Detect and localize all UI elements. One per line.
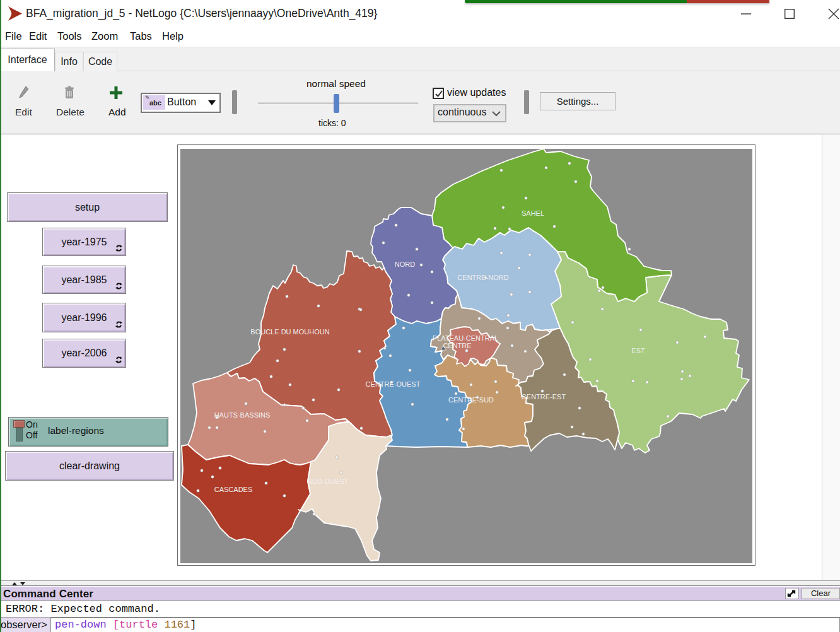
svg-text:CENTRE-SUD: CENTRE-SUD — [448, 396, 494, 404]
svg-text:CENTRE: CENTRE — [443, 342, 471, 349]
svg-text:SAHEL: SAHEL — [522, 209, 544, 217]
svg-text:SUD-OUEST: SUD-OUEST — [308, 477, 349, 485]
svg-text:HAUTS-BASSINS: HAUTS-BASSINS — [214, 411, 271, 419]
svg-text:PLATEAU-CENTRAL: PLATEAU-CENTRAL — [433, 334, 498, 342]
svg-text:CENTRE-EST: CENTRE-EST — [522, 393, 566, 401]
svg-text:EST: EST — [631, 347, 645, 354]
svg-text:CENTRE-NORD: CENTRE-NORD — [457, 274, 508, 281]
svg-text:CASCADES: CASCADES — [214, 486, 253, 493]
svg-text:NORD: NORD — [395, 260, 415, 268]
svg-text:BOUCLE DU MOUHOUN: BOUCLE DU MOUHOUN — [250, 328, 329, 336]
svg-text:CENTRE-OUEST: CENTRE-OUEST — [366, 380, 421, 388]
